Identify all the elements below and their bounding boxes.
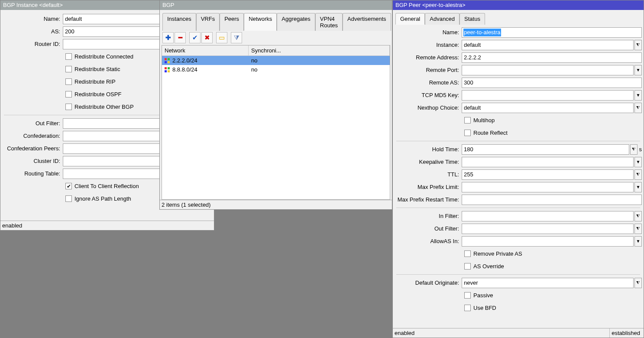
tcp-md5-dropdown[interactable]: ▼ [634, 90, 642, 101]
keepalive-dropdown[interactable]: ▼ [634, 157, 642, 167]
bgp-status: 2 items (1 selected) [162, 200, 210, 209]
network-cell: 2.2.2.0/24 [172, 57, 197, 64]
allowas-input[interactable] [462, 236, 634, 247]
redistribute-connected-checkbox[interactable] [65, 53, 72, 60]
in-filter-input[interactable] [462, 211, 634, 221]
default-originate-input[interactable] [462, 278, 634, 288]
redistribute-static-checkbox[interactable] [65, 66, 72, 72]
ignore-as-path-label: Ignore AS Path Length [74, 195, 131, 202]
remote-port-input[interactable] [462, 65, 634, 75]
max-prefix-limit-dropdown[interactable]: ▼ [634, 182, 642, 192]
tab-advanced[interactable]: Advanced [425, 13, 460, 25]
peer-tabs: GeneralAdvancedStatus [393, 10, 644, 24]
remote-as-label: Remote AS: [395, 79, 462, 86]
ttl-dropdown[interactable]: ⧨ [634, 169, 642, 180]
peer-separator-1 [396, 141, 640, 141]
hold-time-unit: s [639, 146, 642, 153]
tab-networks[interactable]: Networks [244, 13, 277, 31]
max-prefix-restart-input[interactable] [462, 195, 642, 205]
default-originate-dropdown[interactable]: ⧨ [634, 278, 642, 288]
remote-port-dropdown[interactable]: ▼ [634, 65, 642, 75]
hold-time-label: Hold Time: [395, 146, 462, 153]
peer-out-filter-label: Out Filter: [395, 225, 462, 232]
route-reflect-label: Route Reflect [473, 130, 508, 136]
tab-aggregates[interactable]: Aggregates [277, 13, 315, 31]
comment-button[interactable]: ▭ [216, 32, 227, 43]
nexthop-input[interactable] [462, 103, 634, 113]
bgp-window: BGP InstancesVRFsPeersNetworksAggregates… [159, 0, 392, 210]
hold-time-dropdown[interactable]: ⧨ [630, 144, 638, 155]
add-button[interactable]: ✚ [162, 32, 174, 43]
nexthop-dropdown[interactable]: ⧨ [634, 103, 642, 113]
tab-vrfs[interactable]: VRFs [196, 13, 220, 31]
peer-name-label: Name: [395, 29, 462, 36]
tab-vpn4-routes[interactable]: VPN4 Routes [315, 13, 343, 31]
max-prefix-limit-label: Max Prefix Limit: [395, 184, 462, 190]
plus-icon: ✚ [165, 34, 171, 42]
remove-button[interactable]: ━ [175, 32, 186, 43]
network-icon [165, 67, 170, 72]
as-override-checkbox[interactable] [464, 263, 471, 270]
x-icon: ✖ [204, 34, 210, 42]
col-sync[interactable]: Synchroni... [249, 46, 390, 55]
peer-out-filter-dropdown[interactable]: ⧨ [634, 224, 642, 234]
use-bfd-checkbox[interactable] [464, 305, 471, 311]
networks-rows[interactable]: 2.2.2.0/24no8.8.8.0/24no [162, 56, 390, 199]
bgp-peer-title[interactable]: BGP Peer <peer-to-alestra> [393, 0, 644, 10]
tab-instances[interactable]: Instances [162, 13, 196, 31]
in-filter-dropdown[interactable]: ⧨ [634, 211, 642, 221]
redistribute-static-label: Redistribute Static [74, 66, 120, 72]
redistribute-rip-checkbox[interactable] [65, 78, 72, 85]
bgp-statusbar: 2 items (1 selected) [160, 200, 392, 209]
instance-label: Instance: [395, 42, 462, 48]
instance-dropdown[interactable]: ⧨ [634, 40, 642, 50]
table-row[interactable]: 8.8.8.0/24no [162, 65, 390, 74]
routing-table-label: Routing Table: [2, 170, 63, 177]
client-reflection-checkbox[interactable] [65, 183, 72, 189]
tab-advertisements[interactable]: Advertisements [343, 13, 391, 31]
remote-as-input[interactable] [462, 78, 642, 88]
instance-input[interactable] [462, 40, 634, 50]
bgp-peer-window: BGP Peer <peer-to-alestra> GeneralAdvanc… [392, 0, 644, 338]
networks-table: Network Synchroni... 2.2.2.0/24no8.8.8.0… [162, 45, 390, 200]
remote-address-label: Remote Address: [395, 54, 462, 61]
tab-status[interactable]: Status [460, 13, 485, 25]
max-prefix-limit-input[interactable] [462, 182, 634, 192]
enable-button[interactable]: ✔ [189, 32, 201, 43]
redistribute-other-checkbox[interactable] [65, 104, 72, 110]
passive-checkbox[interactable] [464, 292, 471, 299]
multihop-checkbox[interactable] [464, 117, 471, 124]
remove-private-as-checkbox[interactable] [464, 250, 471, 257]
peer-out-filter-input[interactable] [462, 224, 634, 234]
nexthop-label: Nexthop Choice: [395, 104, 462, 111]
remote-address-input[interactable] [462, 52, 642, 63]
tab-general[interactable]: General [395, 13, 425, 25]
ignore-as-path-checkbox[interactable] [65, 195, 72, 202]
peer-name-input[interactable] [462, 27, 642, 38]
cluster-id-label: Cluster ID: [2, 158, 63, 164]
redistribute-rip-label: Redistribute RIP [74, 78, 116, 85]
allowas-dropdown[interactable]: ▼ [634, 236, 642, 247]
use-bfd-label: Use BFD [473, 305, 496, 311]
disable-button[interactable]: ✖ [201, 32, 213, 43]
route-reflect-checkbox[interactable] [464, 130, 471, 136]
allowas-label: AllowAS In: [395, 238, 462, 244]
network-cell: 8.8.8.0/24 [172, 66, 197, 73]
redistribute-ospf-checkbox[interactable] [65, 91, 72, 98]
keepalive-input[interactable] [462, 157, 634, 167]
keepalive-label: Keepalive Time: [395, 159, 462, 165]
confederation-peers-label: Confederation Peers: [2, 145, 63, 152]
tcp-md5-label: TCP MD5 Key: [395, 92, 462, 98]
tab-peers[interactable]: Peers [220, 13, 244, 31]
network-icon [165, 58, 170, 63]
col-network[interactable]: Network [162, 46, 249, 55]
name-label: Name: [2, 16, 63, 22]
bgp-title[interactable]: BGP [160, 0, 392, 10]
ttl-input[interactable] [462, 169, 634, 180]
hold-time-input[interactable] [462, 144, 629, 155]
filter-button[interactable]: ⧩ [231, 32, 242, 43]
bgp-toolbar: ✚ ━ ✔ ✖ ▭ ⧩ [160, 30, 392, 45]
table-row[interactable]: 2.2.2.0/24no [162, 56, 390, 65]
tcp-md5-input[interactable] [462, 90, 634, 101]
instance-statusbar: enabled [0, 221, 214, 230]
